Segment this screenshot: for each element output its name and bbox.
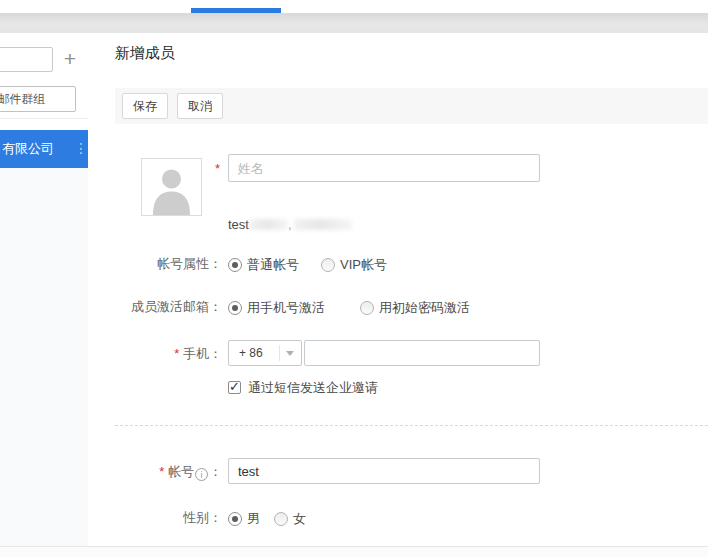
radio-female-label[interactable]: 女 xyxy=(293,511,306,526)
main-content: 新增成员 保存 取消 * test, 帐号属性： 普通帐号VIP帐号 xyxy=(88,33,708,546)
bottom-strip xyxy=(0,546,708,557)
sms-invite-checkbox[interactable] xyxy=(228,381,241,394)
radio-male-label[interactable]: 男 xyxy=(247,511,260,526)
radio-activate-by-phone-label[interactable]: 用手机号激活 xyxy=(247,300,325,315)
sidebar-divider xyxy=(0,118,88,119)
top-bar xyxy=(0,0,708,13)
account-label: * 帐号i： xyxy=(88,463,222,481)
chevron-down-icon xyxy=(286,351,294,356)
account-attr-row: 帐号属性： 普通帐号VIP帐号 xyxy=(88,255,708,273)
radio-male[interactable] xyxy=(228,512,242,526)
company-name-label: 有限公司 xyxy=(2,130,54,168)
redacted-text xyxy=(294,219,352,230)
gender-label: 性别： xyxy=(88,509,222,527)
radio-normal-account-label[interactable]: 普通帐号 xyxy=(247,257,299,272)
account-required-mark: * xyxy=(159,464,164,479)
sidebar-item-company[interactable]: 有限公司 ⋮ xyxy=(0,130,88,168)
name-input[interactable] xyxy=(228,154,540,182)
save-button[interactable]: 保存 xyxy=(122,93,168,119)
account-attr-label: 帐号属性： xyxy=(88,255,222,273)
select-separator xyxy=(279,345,280,361)
info-icon[interactable]: i xyxy=(195,468,208,481)
name-required-mark: * xyxy=(215,161,220,176)
activation-row: 成员激活邮箱： 用手机号激活用初始密码激活 xyxy=(88,298,708,316)
radio-vip-account[interactable] xyxy=(321,258,335,272)
sidebar-search-input[interactable] xyxy=(0,47,53,72)
avatar-placeholder[interactable] xyxy=(141,158,202,216)
country-code-select[interactable]: + 86 xyxy=(228,340,302,366)
radio-activate-by-phone[interactable] xyxy=(228,301,242,315)
radio-vip-account-label[interactable]: VIP帐号 xyxy=(340,257,387,272)
redacted-text xyxy=(250,219,288,230)
radio-activate-by-password-label[interactable]: 用初始密码激活 xyxy=(379,300,470,315)
section-divider xyxy=(115,425,708,426)
more-menu-icon[interactable]: ⋮ xyxy=(74,130,88,168)
country-code-value: + 86 xyxy=(239,341,263,365)
email-comma: , xyxy=(288,217,292,232)
add-department-button[interactable]: + xyxy=(58,46,82,72)
phone-label: * 手机： xyxy=(88,345,222,363)
sms-invite-row: 通过短信发送企业邀请 xyxy=(228,379,378,395)
sms-invite-label[interactable]: 通过短信发送企业邀请 xyxy=(248,380,378,395)
sidebar: + 邮件群组 有限公司 ⋮ xyxy=(0,33,88,546)
activation-label: 成员激活邮箱： xyxy=(88,298,222,316)
radio-female[interactable] xyxy=(274,512,288,526)
mail-group-tab[interactable]: 邮件群组 xyxy=(0,86,76,112)
email-hint: test, xyxy=(228,217,352,233)
page-title: 新增成员 xyxy=(115,44,175,63)
radio-activate-by-password[interactable] xyxy=(360,301,374,315)
sidebar-lower-area xyxy=(0,168,88,546)
phone-input[interactable] xyxy=(304,340,540,366)
account-input[interactable] xyxy=(228,458,540,484)
phone-required-mark: * xyxy=(174,346,179,361)
add-member-page: + 邮件群组 有限公司 ⋮ 新增成员 保存 取消 * test, xyxy=(0,0,708,557)
email-prefix: test xyxy=(228,217,249,232)
radio-normal-account[interactable] xyxy=(228,258,242,272)
cancel-button[interactable]: 取消 xyxy=(177,93,223,119)
header-gray-band xyxy=(0,13,708,33)
person-icon xyxy=(142,159,201,215)
toolbar: 保存 取消 xyxy=(115,88,708,124)
gender-row: 性别： 男女 xyxy=(88,509,708,527)
